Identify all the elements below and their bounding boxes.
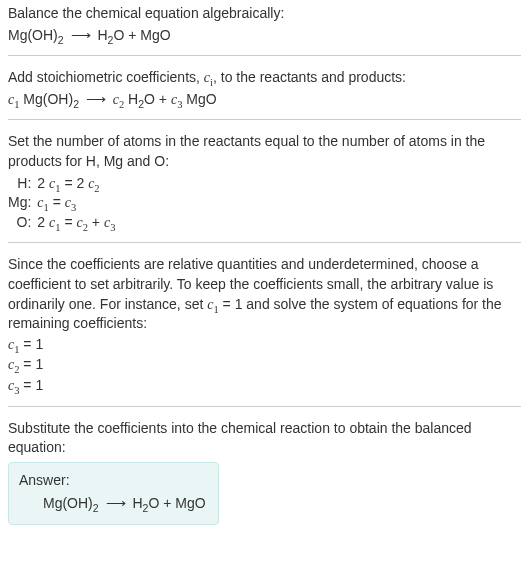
intro-equation: Mg(OH)2 ⟶ H2O + MgO (8, 26, 521, 46)
element-label: H: (8, 174, 37, 194)
stoich-pre: Add stoichiometric coefficients, (8, 69, 204, 85)
atoms-section: Set the number of atoms in the reactants… (8, 132, 521, 232)
c-sym: c3 (65, 195, 76, 210)
stoich-equation: c1 Mg(OH)2 ⟶ c2 H2O + c3 MgO (8, 90, 521, 110)
sp2-o: O + (144, 91, 171, 107)
c-sym: c1 (49, 215, 60, 230)
answer-label: Answer: (19, 471, 206, 491)
intro-section: Balance the chemical equation algebraica… (8, 4, 521, 45)
eq-lhs-sub: 2 (58, 33, 64, 45)
subst-text: Substitute the coefficients into the che… (8, 419, 521, 458)
answer-box: Answer: Mg(OH)2 ⟶ H2O + MgO (8, 462, 219, 525)
coef-line: c2 = 1 (8, 355, 521, 375)
plus: + (88, 214, 104, 230)
c-sym: c3 (8, 378, 19, 393)
table-row: H: 2 c1 = 2 c2 (8, 174, 119, 194)
stoich-post: , to the reactants and products: (213, 69, 406, 85)
c1: c1 (8, 92, 19, 107)
arrow-icon: ⟶ (106, 495, 126, 511)
c-sym: c2 (8, 357, 19, 372)
coef-line: c3 = 1 (8, 376, 521, 396)
c-sym: c3 (104, 215, 115, 230)
solve-text: Since the coefficients are relative quan… (8, 255, 521, 333)
stoich-text: Add stoichiometric coefficients, ci, to … (8, 68, 521, 88)
sp1: Mg(OH) (19, 91, 73, 107)
ans-lhs-sub: 2 (93, 502, 99, 514)
eq: = 2 (61, 175, 89, 191)
c-sym: c2 (76, 215, 87, 230)
divider (8, 406, 521, 407)
val: = 1 (19, 356, 43, 372)
divider (8, 242, 521, 243)
val: = 1 (19, 377, 43, 393)
atoms-table: H: 2 c1 = 2 c2 Mg: c1 = c3 O: 2 c1 = c2 … (8, 174, 119, 233)
coef: 2 (37, 175, 49, 191)
sub: 2 (94, 182, 99, 193)
table-row: Mg: c1 = c3 (8, 193, 119, 213)
element-label: Mg: (8, 193, 37, 213)
answer-equation: Mg(OH)2 ⟶ H2O + MgO (43, 494, 206, 514)
c-sym: c1 (49, 176, 60, 191)
divider (8, 55, 521, 56)
atoms-intro: Set the number of atoms in the reactants… (8, 132, 521, 171)
eq: = (61, 214, 77, 230)
equation-cell: c1 = c3 (37, 193, 119, 213)
c-sym: c1 (8, 337, 19, 352)
solve-section: Since the coefficients are relative quan… (8, 255, 521, 395)
stoich-section: Add stoichiometric coefficients, ci, to … (8, 68, 521, 109)
c1-sym: c1 (207, 297, 218, 312)
sp2: H (124, 91, 138, 107)
arrow-icon: ⟶ (71, 27, 91, 43)
sub: 3 (110, 222, 115, 233)
sub: 3 (71, 202, 76, 213)
intro-text: Balance the chemical equation algebraica… (8, 4, 521, 24)
eq: = (49, 194, 65, 210)
subst-section: Substitute the coefficients into the che… (8, 419, 521, 525)
val: = 1 (19, 336, 43, 352)
sp3: MgO (182, 91, 216, 107)
ci-symbol: ci (204, 70, 213, 85)
c2: c2 (113, 92, 124, 107)
c-sym: c2 (88, 176, 99, 191)
eq-rhs-h2o: H (97, 27, 107, 43)
equation-cell: 2 c1 = c2 + c3 (37, 213, 119, 233)
ans-lhs: Mg(OH) (43, 495, 93, 511)
element-label: O: (8, 213, 37, 233)
ans-rhs-h: H (132, 495, 142, 511)
ans-rhs-rest: O + MgO (148, 495, 205, 511)
eq-lhs: Mg(OH) (8, 27, 58, 43)
c3: c3 (171, 92, 182, 107)
eq-rhs-rest: O + MgO (113, 27, 170, 43)
table-row: O: 2 c1 = c2 + c3 (8, 213, 119, 233)
coef-line: c1 = 1 (8, 335, 521, 355)
coef: 2 (37, 214, 49, 230)
arrow-icon: ⟶ (86, 91, 106, 107)
sp1-sub: 2 (73, 98, 79, 110)
divider (8, 119, 521, 120)
equation-cell: 2 c1 = 2 c2 (37, 174, 119, 194)
c-sym: c1 (37, 195, 48, 210)
